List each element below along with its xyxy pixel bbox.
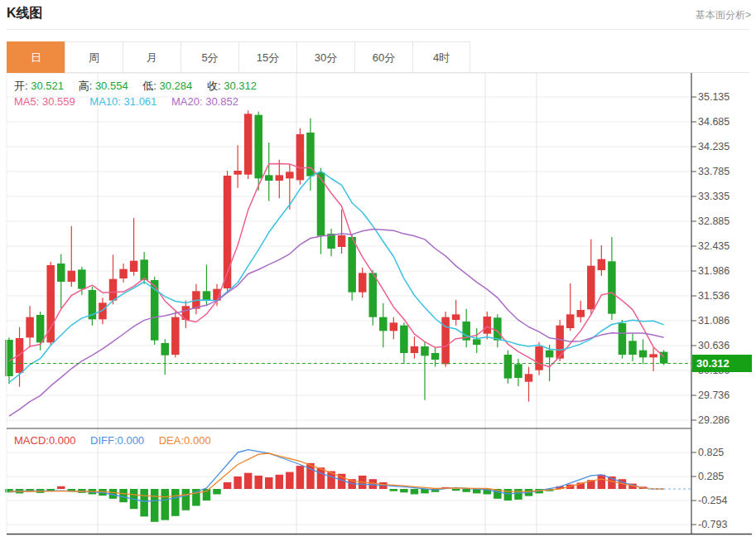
svg-text:31.086: 31.086	[698, 315, 730, 327]
svg-text:-0.793: -0.793	[698, 519, 727, 530]
open-value: 30.521	[31, 80, 64, 92]
macd-value: 0.000	[49, 434, 76, 447]
diff-label: DIFF:	[90, 434, 118, 447]
tab-day[interactable]: 日	[7, 41, 65, 73]
svg-text:34.235: 34.235	[698, 141, 730, 152]
diff-value: 0.000	[118, 434, 145, 447]
tab-m60[interactable]: 60分	[354, 41, 412, 73]
low-value: 30.284	[160, 80, 193, 92]
current-price-badge: 30.312	[692, 355, 752, 372]
svg-text:29.286: 29.286	[698, 414, 730, 426]
open-label: 开:	[14, 80, 28, 92]
svg-text:35.135: 35.135	[698, 91, 730, 103]
dea-value: 0.000	[184, 434, 211, 447]
title-separator	[7, 29, 749, 30]
ma20-label: MA20:	[171, 95, 203, 108]
close-label: 收:	[207, 80, 221, 92]
svg-text:0.285: 0.285	[698, 471, 724, 482]
tab-h4[interactable]: 4时	[412, 41, 470, 73]
ma5-label: MA5:	[14, 95, 39, 108]
ma10-label: MA10:	[89, 95, 121, 108]
macd-readout: MACD:0.000 DIFF:0.000 DEA:0.000	[14, 434, 223, 447]
ohlc-readout: 开: 30.521 高: 30.554 低: 30.284 收: 30.312	[14, 79, 268, 94]
svg-text:31.536: 31.536	[698, 290, 730, 302]
chart-area: 35.13534.68534.23533.78533.33532.88532.4…	[0, 73, 756, 537]
ma-readout: MA5: 30.559 MA10: 31.061 MA20: 30.852	[14, 95, 250, 108]
svg-text:30.636: 30.636	[698, 340, 730, 351]
kline-chart-canvas[interactable]: 35.13534.68534.23533.78533.33532.88532.4…	[0, 73, 756, 537]
svg-text:0.825: 0.825	[698, 447, 724, 458]
fundamental-analysis-link[interactable]: 基本面分析>	[696, 8, 751, 22]
high-value: 30.554	[95, 80, 128, 92]
tab-week[interactable]: 周	[65, 41, 123, 73]
svg-text:32.435: 32.435	[698, 240, 730, 252]
svg-text:33.335: 33.335	[698, 191, 730, 202]
svg-text:31.986: 31.986	[698, 265, 730, 277]
page-title: K线图	[7, 5, 43, 22]
high-label: 高:	[79, 80, 93, 92]
ma10-value: 31.061	[124, 95, 157, 108]
svg-text:33.785: 33.785	[698, 166, 730, 177]
tab-m30[interactable]: 30分	[296, 41, 354, 73]
tab-m5[interactable]: 5分	[181, 41, 238, 73]
macd-label: MACD:	[14, 434, 49, 447]
period-tabbar: 日周月5分15分30分60分4时	[7, 41, 749, 73]
close-value: 30.312	[224, 80, 257, 92]
kline-widget: K线图 基本面分析> 日周月5分15分30分60分4时 35.13534.685…	[0, 0, 756, 537]
tab-m15[interactable]: 15分	[238, 41, 296, 73]
tab-month[interactable]: 月	[123, 41, 181, 73]
dea-label: DEA:	[159, 434, 184, 447]
svg-text:34.685: 34.685	[698, 116, 730, 128]
svg-text:29.736: 29.736	[698, 389, 730, 401]
ma20-value: 30.852	[205, 95, 238, 108]
svg-text:32.885: 32.885	[698, 215, 730, 227]
svg-text:-0.254: -0.254	[698, 495, 727, 506]
low-label: 低:	[142, 80, 156, 92]
ma5-value: 30.559	[42, 95, 75, 108]
